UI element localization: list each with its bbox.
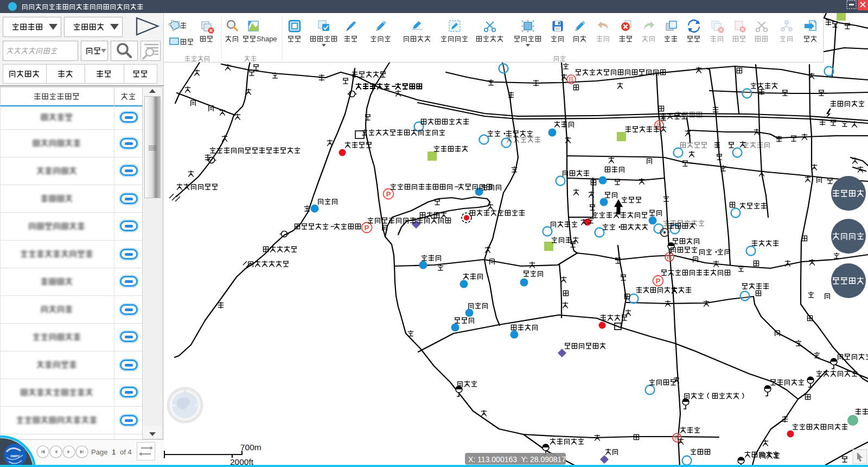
svg-text:2000ft: 2000ft (230, 457, 254, 465)
svg-text:W: W (172, 403, 176, 407)
svg-text:P: P (365, 224, 369, 232)
svg-text:of 4: of 4 (120, 448, 132, 456)
svg-text:Page: Page (91, 448, 107, 456)
svg-text:E: E (195, 403, 198, 407)
svg-text:Shape: Shape (257, 35, 277, 43)
svg-text:1: 1 (112, 448, 116, 456)
svg-text:P: P (656, 277, 661, 285)
svg-text:X: 113.000163 Y: 28.090817: X: 113.000163 Y: 28.090817 (468, 455, 566, 464)
svg-text:P: P (386, 190, 391, 198)
svg-text:700m: 700m (240, 443, 261, 452)
svg-text:DMPC: DMPC (10, 455, 20, 458)
svg-text:N: N (183, 389, 186, 393)
